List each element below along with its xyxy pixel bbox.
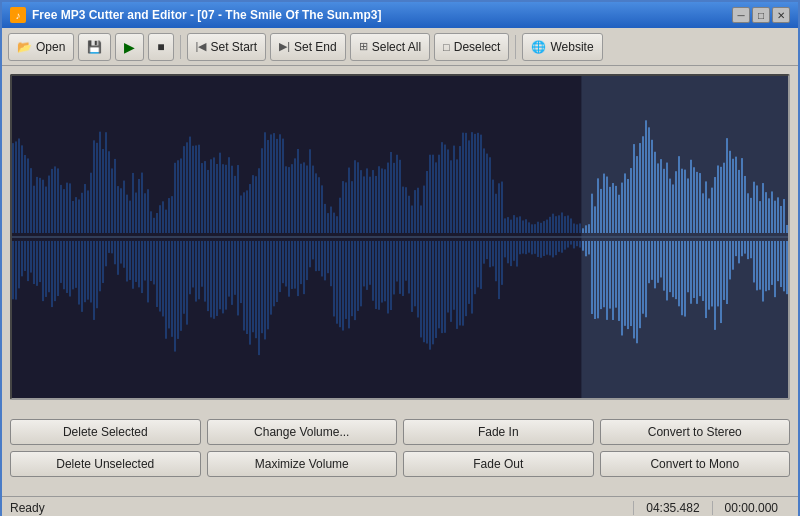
website-icon: 🌐 [531, 40, 546, 54]
select-all-button[interactable]: ⊞ Select All [350, 33, 430, 61]
waveform-container [10, 74, 790, 400]
convert-to-mono-button[interactable]: Convert to Mono [600, 451, 791, 477]
waveform-canvas [12, 76, 790, 398]
open-button[interactable]: 📂 Open [8, 33, 74, 61]
open-icon: 📂 [17, 40, 32, 54]
set-end-button[interactable]: ▶| Set End [270, 33, 346, 61]
convert-to-stereo-button[interactable]: Convert to Stereo [600, 419, 791, 445]
maximize-volume-button[interactable]: Maximize Volume [207, 451, 398, 477]
button-panel: Delete Selected Change Volume... Fade In… [10, 408, 790, 488]
status-time1: 04:35.482 [633, 501, 711, 515]
main-content: Delete Selected Change Volume... Fade In… [2, 66, 798, 496]
separator-1 [180, 35, 181, 59]
play-button[interactable]: ▶ [115, 33, 144, 61]
play-icon: ▶ [124, 39, 135, 55]
save-icon: 💾 [87, 40, 102, 54]
restore-button[interactable]: □ [752, 7, 770, 23]
app-icon: ♪ [10, 7, 26, 23]
separator-2 [515, 35, 516, 59]
select-all-icon: ⊞ [359, 40, 368, 53]
stop-icon: ■ [157, 40, 164, 54]
set-end-icon: ▶| [279, 40, 290, 53]
change-volume-button[interactable]: Change Volume... [207, 419, 398, 445]
delete-selected-button[interactable]: Delete Selected [10, 419, 201, 445]
set-start-icon: |◀ [196, 40, 207, 53]
set-start-button[interactable]: |◀ Set Start [187, 33, 267, 61]
stop-button[interactable]: ■ [148, 33, 173, 61]
window-title: Free MP3 Cutter and Editor - [07 - The S… [32, 8, 381, 22]
save-button[interactable]: 💾 [78, 33, 111, 61]
title-bar: ♪ Free MP3 Cutter and Editor - [07 - The… [2, 2, 798, 28]
main-window: ♪ Free MP3 Cutter and Editor - [07 - The… [0, 0, 800, 516]
deselect-icon: □ [443, 41, 450, 53]
title-bar-left: ♪ Free MP3 Cutter and Editor - [07 - The… [10, 7, 381, 23]
status-time2: 00:00.000 [712, 501, 790, 515]
fade-out-button[interactable]: Fade Out [403, 451, 594, 477]
delete-unselected-button[interactable]: Delete Unselected [10, 451, 201, 477]
fade-in-button[interactable]: Fade In [403, 419, 594, 445]
close-button[interactable]: ✕ [772, 7, 790, 23]
minimize-button[interactable]: ─ [732, 7, 750, 23]
status-bar: Ready 04:35.482 00:00.000 [2, 496, 798, 516]
toolbar: 📂 Open 💾 ▶ ■ |◀ Set Start ▶| Set End ⊞ S… [2, 28, 798, 66]
deselect-button[interactable]: □ Deselect [434, 33, 509, 61]
website-button[interactable]: 🌐 Website [522, 33, 602, 61]
status-ready: Ready [10, 501, 633, 515]
title-bar-controls: ─ □ ✕ [732, 7, 790, 23]
